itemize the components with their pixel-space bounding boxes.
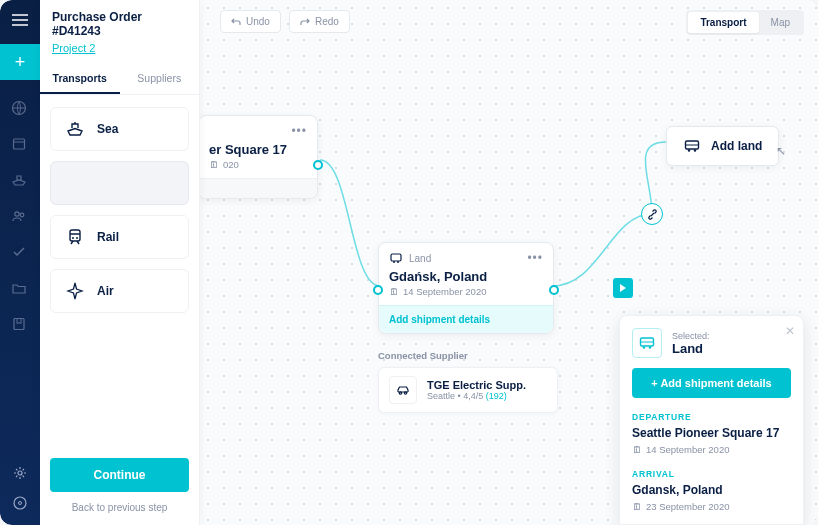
add-button[interactable]: + — [0, 44, 40, 80]
supplier-section-label: Connected Supplier — [378, 350, 558, 361]
arrival-label: ARRIVAL — [632, 469, 791, 479]
svg-point-6 — [14, 497, 26, 509]
bus-icon — [683, 137, 701, 155]
back-link[interactable]: Back to previous step — [50, 502, 189, 513]
tab-transports[interactable]: Transports — [40, 62, 120, 94]
nav-rail: + — [0, 0, 40, 525]
svg-point-3 — [20, 213, 24, 217]
svg-point-5 — [18, 471, 22, 475]
add-shipment-link[interactable]: Add shipment details — [379, 305, 553, 333]
departure-title: Seattle Pioneer Square 17 — [632, 426, 791, 440]
nav-settings-icon[interactable] — [12, 465, 28, 481]
nav-package-icon[interactable] — [11, 136, 29, 154]
departure-date: 14 September 2020 — [646, 444, 729, 455]
nav-users-icon[interactable] — [11, 208, 29, 226]
add-shipment-button[interactable]: + Add shipment details — [632, 368, 791, 398]
svg-rect-4 — [14, 319, 24, 330]
view-map[interactable]: Map — [759, 12, 802, 33]
calendar-icon: 🗓 — [209, 159, 219, 170]
menu-icon[interactable] — [6, 6, 34, 34]
supplier-meta: Seattle • 4,4/5 (192) — [427, 391, 526, 401]
bus-icon — [389, 251, 403, 265]
ship-icon — [65, 119, 85, 139]
nav-bookmark-icon[interactable] — [11, 316, 29, 334]
mode-air-label: Air — [97, 284, 114, 298]
redo-button[interactable]: Redo — [289, 10, 350, 33]
svg-point-21 — [649, 346, 651, 348]
page-title: Purchase Order #D41243 — [52, 10, 187, 38]
project-link[interactable]: Project 2 — [52, 42, 95, 54]
svg-point-10 — [76, 237, 78, 239]
link-icon[interactable] — [641, 203, 663, 225]
svg-point-2 — [15, 212, 19, 216]
node-menu-icon[interactable]: ••• — [527, 251, 543, 265]
mode-rail[interactable]: Rail — [50, 215, 189, 259]
selected-value: Land — [672, 341, 710, 356]
mode-sea-label: Sea — [97, 122, 118, 136]
node-gdansk-title: Gdańsk, Poland — [379, 269, 553, 286]
node-seattle-title: er Square 17 — [199, 142, 317, 159]
side-panel: Purchase Order #D41243 Project 2 Transpo… — [40, 0, 200, 525]
selected-label: Selected: — [672, 331, 710, 341]
arrival-title: Gdansk, Poland — [632, 483, 791, 497]
mode-air[interactable]: Air — [50, 269, 189, 313]
svg-rect-1 — [14, 139, 25, 149]
car-icon — [389, 376, 417, 404]
departure-label: DEPARTURE — [632, 412, 791, 422]
calendar-icon: 🗓 — [632, 444, 642, 455]
nav-ship-icon[interactable] — [11, 172, 29, 190]
calendar-icon: 🗓 — [389, 286, 399, 297]
bus-icon — [632, 328, 662, 358]
supplier-card[interactable]: TGE Electric Supp. Seattle • 4,4/5 (192) — [378, 367, 558, 413]
svg-point-18 — [404, 392, 406, 394]
train-icon — [65, 227, 85, 247]
svg-point-15 — [688, 149, 690, 151]
node-gdansk[interactable]: Land ••• Gdańsk, Poland 🗓14 September 20… — [378, 242, 554, 334]
nav-folder-icon[interactable] — [11, 280, 29, 298]
svg-point-7 — [19, 502, 22, 505]
supplier-name: TGE Electric Supp. — [427, 379, 526, 391]
svg-point-17 — [399, 392, 401, 394]
nav-check-icon[interactable] — [11, 244, 29, 262]
calendar-icon: 🗓 — [632, 501, 642, 512]
view-transport[interactable]: Transport — [688, 12, 758, 33]
play-button[interactable] — [613, 278, 633, 298]
arrival-date: 23 September 2020 — [646, 501, 729, 512]
mode-sea[interactable]: Sea — [50, 107, 189, 151]
close-icon[interactable]: ✕ — [785, 324, 795, 338]
svg-point-9 — [72, 237, 74, 239]
svg-rect-8 — [70, 230, 80, 241]
svg-point-20 — [643, 346, 645, 348]
nav-globe-icon[interactable] — [11, 100, 29, 118]
plane-icon — [65, 281, 85, 301]
tab-suppliers[interactable]: Suppliers — [120, 62, 200, 94]
cursor-icon: ↖ — [776, 144, 786, 158]
nav-help-icon[interactable] — [12, 495, 28, 511]
svg-point-12 — [393, 261, 395, 263]
svg-point-13 — [397, 261, 399, 263]
mode-rail-label: Rail — [97, 230, 119, 244]
node-seattle[interactable]: ••• er Square 17 🗓020 — [198, 115, 318, 199]
add-land-button[interactable]: Add land — [666, 126, 779, 166]
node-menu-icon[interactable]: ••• — [291, 124, 307, 138]
view-switch: Transport Map — [686, 10, 804, 35]
undo-button[interactable]: Undo — [220, 10, 281, 33]
flow-canvas[interactable]: Undo Redo Transport Map ••• er Square 17… — [200, 0, 818, 525]
svg-point-16 — [694, 149, 696, 151]
detail-drawer: ✕ Selected: Land + Add shipment details … — [619, 315, 804, 525]
connected-supplier: Connected Supplier TGE Electric Supp. Se… — [378, 350, 558, 413]
continue-button[interactable]: Continue — [50, 458, 189, 492]
svg-rect-11 — [391, 254, 401, 261]
mode-placeholder[interactable] — [50, 161, 189, 205]
